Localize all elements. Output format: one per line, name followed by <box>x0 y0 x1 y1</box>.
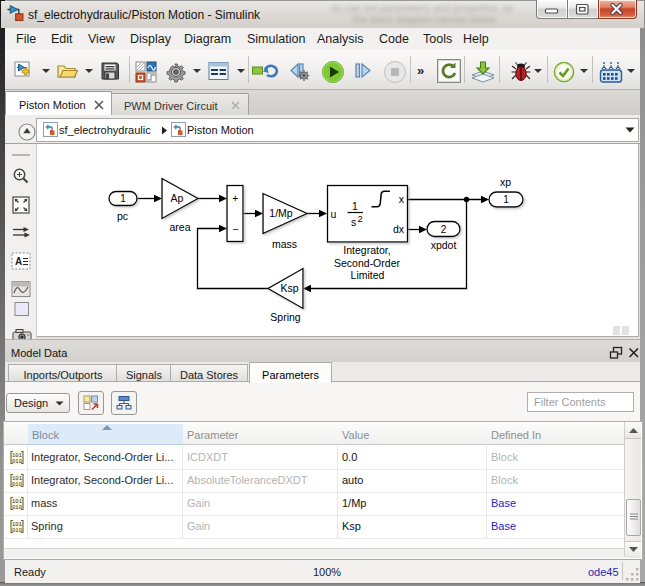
svg-text:mass: mass <box>272 238 297 250</box>
svg-text:010: 010 <box>12 458 22 465</box>
svg-text:2: 2 <box>441 224 447 235</box>
svg-text:pc: pc <box>117 210 128 222</box>
svg-text:Ksp: Ksp <box>280 282 298 294</box>
svg-text:1/Mp: 1/Mp <box>269 207 293 219</box>
svg-text:2: 2 <box>358 213 363 224</box>
svg-text:dx: dx <box>393 223 405 235</box>
svg-text:+: + <box>232 192 238 204</box>
svg-text:Spring: Spring <box>270 311 301 323</box>
svg-text:010: 010 <box>12 481 22 488</box>
svg-text:xpdot: xpdot <box>431 239 457 251</box>
svg-text:1: 1 <box>503 194 509 205</box>
svg-text:Integrator,: Integrator, <box>343 244 390 256</box>
svg-text:xp: xp <box>500 176 511 188</box>
svg-text:u: u <box>331 208 337 220</box>
svg-text:s: s <box>351 216 356 228</box>
svg-text:−: − <box>232 223 238 235</box>
svg-text:Ap: Ap <box>171 192 184 204</box>
svg-text:Limited: Limited <box>351 269 385 281</box>
svg-text:1: 1 <box>352 200 358 212</box>
svg-text:A: A <box>15 256 22 267</box>
svg-text:x: x <box>399 193 405 205</box>
svg-text:area: area <box>169 221 190 233</box>
svg-text:1: 1 <box>120 193 126 204</box>
svg-text:Second-Order: Second-Order <box>334 257 400 269</box>
svg-text:010: 010 <box>12 504 22 511</box>
svg-text:010: 010 <box>12 527 22 534</box>
